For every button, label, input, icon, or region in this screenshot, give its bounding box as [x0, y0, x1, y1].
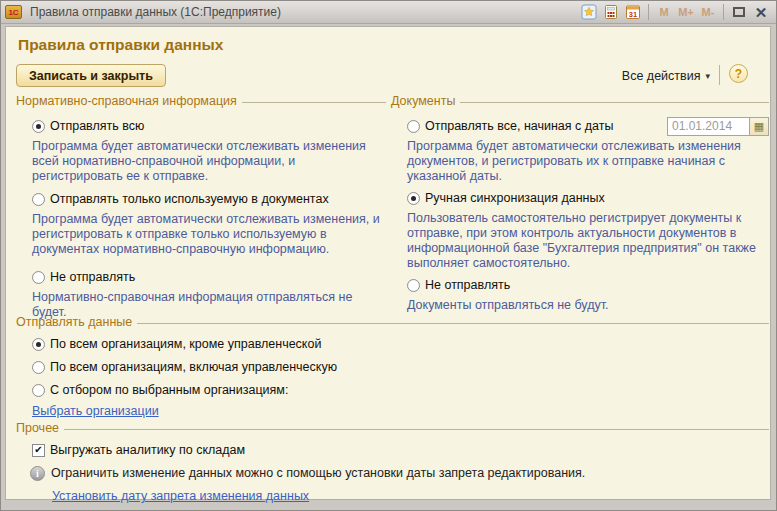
radio-icon[interactable]	[407, 279, 420, 292]
command-bar-separator	[719, 65, 720, 85]
radio-description: Документы отправляться не будут.	[407, 298, 775, 313]
radio-icon[interactable]	[32, 384, 45, 397]
group-send-data: Отправлять данные По всем организациям, …	[16, 314, 769, 419]
group-other: Прочее ✔ Выгружать аналитику по складам …	[16, 420, 769, 504]
calculator-button[interactable]	[600, 3, 622, 22]
favorites-button[interactable]	[578, 3, 600, 22]
group-caption-label: Отправлять данные	[16, 315, 137, 329]
radio-selected-orgs-filter[interactable]: С отбором по выбранным организациям:	[32, 382, 769, 398]
select-organizations-link[interactable]: Выбрать организации	[32, 404, 159, 418]
radio-label: Не отправлять	[425, 278, 510, 292]
group-reference-info: Нормативно-справочная информация Отправл…	[16, 93, 386, 320]
group-documents-caption: Документы	[391, 93, 769, 109]
svg-text:31: 31	[629, 10, 637, 19]
radio-description: Программа будет автоматически отслеживат…	[407, 139, 775, 184]
radio-description: Программа будет автоматически отслеживат…	[32, 139, 386, 184]
checkbox-icon[interactable]: ✔	[32, 444, 45, 457]
radio-icon[interactable]	[32, 338, 45, 351]
radio-label: Отправлять всю	[50, 119, 144, 133]
radio-no-send-documents[interactable]: Не отправлять	[407, 277, 769, 293]
dropdown-arrow-icon: ▾	[705, 71, 710, 81]
titlebar-separator	[648, 4, 649, 20]
close-button[interactable]: ✕	[750, 3, 772, 22]
caption-rule	[460, 102, 769, 103]
form-content: Правила отправки данных Записать и закры…	[5, 26, 771, 500]
date-field-wrap: ▦	[667, 117, 769, 136]
maximize-button[interactable]	[728, 3, 750, 22]
radio-label: С отбором по выбранным организациям:	[50, 383, 288, 397]
radio-send-used-nsi[interactable]: Отправлять только используемую в докумен…	[32, 191, 386, 207]
titlebar: 1С Правила отправки данных (1С:Предприят…	[1, 1, 776, 24]
radio-manual-sync[interactable]: Ручная синхронизация данных	[407, 190, 769, 206]
window-title: Правила отправки данных (1С:Предприятие)	[30, 5, 281, 19]
group-documents: Документы Отправлять все, начиная с даты…	[391, 93, 769, 313]
group-reference-info-caption: Нормативно-справочная информация	[16, 93, 386, 109]
radio-icon[interactable]	[32, 271, 45, 284]
group-caption-label: Документы	[391, 94, 460, 108]
calculator-icon	[603, 4, 619, 20]
group-caption-label: Прочее	[16, 421, 64, 435]
group-caption-label: Нормативно-справочная информация	[16, 94, 242, 108]
radio-label: По всем организациям, включая управленче…	[50, 360, 337, 374]
calendar-button[interactable]: 31	[622, 3, 644, 22]
1c-logo-icon: 1С	[5, 5, 22, 19]
date-picker-button[interactable]: ▦	[749, 117, 769, 136]
calendar-icon: 31	[625, 4, 641, 20]
caption-rule	[137, 323, 769, 324]
memory-m-button[interactable]: М	[653, 6, 675, 18]
start-date-input[interactable]	[667, 117, 749, 136]
titlebar-separator-2	[723, 4, 724, 20]
page-title: Правила отправки данных	[18, 36, 223, 54]
radio-label: По всем организациям, кроме управленческ…	[50, 337, 321, 351]
date-picker-icon: ▦	[754, 120, 764, 133]
help-icon: ?	[735, 67, 742, 81]
radio-send-all-from-date[interactable]: Отправлять все, начиная с даты ▦	[407, 118, 769, 134]
radio-description: Пользователь самостоятельно регистрирует…	[407, 211, 775, 271]
radio-no-send-nsi[interactable]: Не отправлять	[32, 269, 386, 285]
group-other-caption: Прочее	[16, 420, 769, 436]
info-icon: i	[30, 466, 45, 481]
radio-all-orgs-except-management[interactable]: По всем организациям, кроме управленческ…	[32, 336, 769, 352]
radio-label: Не отправлять	[50, 270, 135, 284]
maximize-icon	[733, 7, 745, 17]
close-icon: ✕	[755, 5, 768, 20]
radio-label: Ручная синхронизация данных	[425, 191, 605, 205]
radio-icon[interactable]	[32, 193, 45, 206]
checkbox-label: Выгружать аналитику по складам	[50, 443, 245, 457]
radio-icon[interactable]	[32, 120, 45, 133]
check-mark-icon: ✔	[34, 445, 42, 455]
radio-icon[interactable]	[32, 361, 45, 374]
all-actions-label: Все действия	[622, 69, 701, 83]
radio-icon[interactable]	[407, 120, 420, 133]
info-icon-glyph: i	[36, 468, 39, 479]
memory-m-minus-button[interactable]: М-	[697, 6, 719, 18]
star-icon	[581, 4, 597, 20]
caption-rule	[242, 102, 386, 103]
save-and-close-button[interactable]: Записать и закрыть	[16, 64, 166, 87]
radio-send-all-nsi[interactable]: Отправлять всю	[32, 118, 386, 134]
1c-logo-text: 1С	[8, 8, 18, 17]
info-text: Ограничить изменение данных можно с помо…	[51, 466, 585, 480]
warehouse-analytics-checkbox-row[interactable]: ✔ Выгружать аналитику по складам	[32, 442, 769, 458]
all-actions-button[interactable]: Все действия ▾	[622, 67, 710, 85]
radio-all-orgs-including-management[interactable]: По всем организациям, включая управленче…	[32, 359, 769, 375]
memory-m-plus-button[interactable]: М+	[675, 6, 697, 18]
caption-rule	[64, 429, 769, 430]
app-window: 1С Правила отправки данных (1С:Предприят…	[0, 0, 777, 511]
info-row: i Ограничить изменение данных можно с по…	[30, 466, 769, 481]
group-send-data-caption: Отправлять данные	[16, 314, 769, 330]
set-edit-ban-date-link[interactable]: Установить дату запрета изменения данных	[52, 489, 309, 503]
help-button[interactable]: ?	[729, 64, 748, 83]
radio-icon[interactable]	[407, 192, 420, 205]
radio-label: Отправлять только используемую в докумен…	[50, 192, 329, 206]
radio-description: Программа будет автоматически отслеживат…	[32, 212, 386, 257]
radio-label: Отправлять все, начиная с даты	[425, 119, 613, 133]
